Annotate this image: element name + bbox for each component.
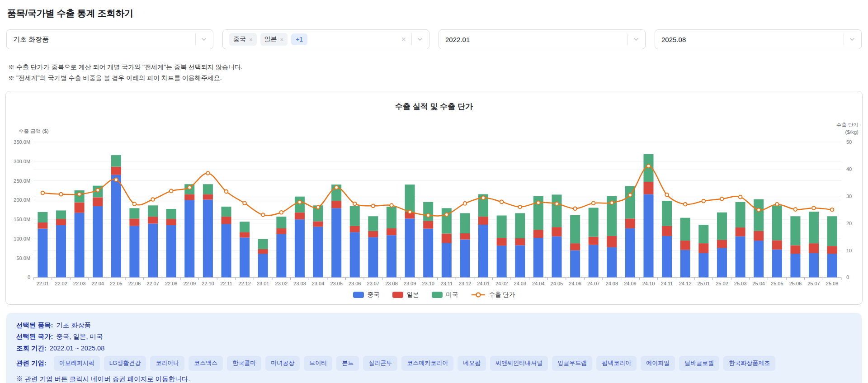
legend-item-2[interactable]: 미국 (432, 291, 458, 299)
svg-text:수출 금액 ($): 수출 금액 ($) (19, 128, 49, 134)
legend-item-1[interactable]: 일본 (392, 291, 419, 299)
item-select-value: 기초 화장품 (13, 35, 191, 44)
svg-text:25.06: 25.06 (789, 281, 802, 286)
svg-text:22.08: 22.08 (165, 281, 178, 286)
company-button[interactable]: LG생활건강 (104, 356, 146, 371)
country-tag[interactable]: 중국× (229, 33, 257, 46)
legend-label: 미국 (446, 291, 458, 299)
chart-panel: 수출 실적 및 수출 단가 050.0M100.0M150.0M200.0M25… (5, 91, 863, 305)
company-button[interactable]: 씨앤씨인터내셔널 (490, 356, 548, 371)
svg-text:23.06: 23.06 (349, 281, 361, 286)
chevron-down-icon[interactable] (632, 36, 640, 43)
svg-text:22.05: 22.05 (110, 281, 123, 286)
company-button[interactable]: 네오팜 (458, 356, 486, 371)
page-root: 품목/국가별 수출 통계 조회하기 기초 화장품 중국×일본×+1 × 2022… (0, 0, 868, 383)
export-stacked-bar-line-chart: 050.0M100.0M150.0M200.0M250.0M300.0M350.… (6, 113, 862, 290)
legend-swatch (432, 292, 443, 298)
country-tag[interactable]: 일본× (260, 33, 288, 46)
divider (411, 33, 412, 45)
chevron-down-icon[interactable] (200, 36, 208, 43)
item-select[interactable]: 기초 화장품 (6, 29, 213, 49)
svg-text:150.0M: 150.0M (14, 217, 30, 222)
svg-text:23.08: 23.08 (385, 281, 398, 286)
companies-label: 관련 기업: (16, 358, 47, 369)
summary-period-row: 조회 기간:2022.01 ~ 2025.08 (16, 343, 852, 354)
svg-text:23.02: 23.02 (275, 281, 288, 286)
remove-tag-icon[interactable]: × (280, 37, 284, 43)
company-button[interactable]: 아모레퍼시픽 (54, 356, 100, 371)
legend-item-0[interactable]: 중국 (353, 291, 380, 299)
svg-text:22.04: 22.04 (91, 281, 104, 286)
svg-text:25.05: 25.05 (771, 281, 783, 286)
start-period-value: 2022.01 (445, 36, 623, 43)
svg-text:30: 30 (846, 193, 852, 199)
svg-text:23.01: 23.01 (257, 281, 269, 286)
company-button[interactable]: 한국화장품제조 (723, 356, 775, 371)
svg-text:250.0M: 250.0M (14, 178, 30, 183)
svg-text:23.04: 23.04 (312, 281, 325, 286)
company-button[interactable]: 달바글로벌 (679, 356, 719, 371)
svg-text:24.03: 24.03 (514, 281, 527, 286)
chevron-down-icon[interactable] (416, 36, 424, 43)
svg-text:10: 10 (846, 247, 852, 253)
legend-swatch (392, 292, 403, 298)
summary-footnote: ※ 관련 기업 버튼 클릭시 네이버 증권 페이지로 이동합니다. (16, 374, 852, 383)
svg-text:23.09: 23.09 (404, 281, 416, 286)
chart-legend: 중국일본미국수출 단가 (6, 291, 862, 299)
summary-period-value: 2022.01 ~ 2025.08 (50, 345, 104, 352)
svg-text:24.10: 24.10 (642, 281, 655, 286)
svg-text:23.12: 23.12 (459, 281, 472, 286)
company-button[interactable]: 에이피알 (641, 356, 675, 371)
company-button[interactable]: 한국콜마 (227, 356, 261, 371)
end-period-select[interactable]: 2025.08 (655, 29, 862, 49)
svg-text:24.09: 24.09 (624, 281, 637, 286)
svg-text:22.11: 22.11 (220, 281, 232, 286)
summary-period-label: 조회 기간: (16, 345, 47, 352)
svg-text:100.0M: 100.0M (14, 236, 30, 241)
svg-text:25.07: 25.07 (807, 281, 820, 286)
svg-text:24.01: 24.01 (477, 281, 490, 286)
divider (195, 33, 196, 45)
more-countries-badge[interactable]: +1 (291, 33, 307, 45)
svg-text:23.03: 23.03 (293, 281, 306, 286)
related-companies-row: 관련 기업: 아모레퍼시픽LG생활건강코리아나코스맥스한국콜마마녀공장브이티본느… (16, 356, 852, 371)
company-button[interactable]: 마녀공장 (265, 356, 300, 371)
svg-text:25.08: 25.08 (826, 281, 839, 286)
chevron-down-icon[interactable] (849, 36, 856, 43)
svg-text:($/kg): ($/kg) (845, 129, 859, 135)
country-tags: 중국×일본×+1 (229, 33, 400, 46)
company-buttons: 아모레퍼시픽LG생활건강코리아나코스맥스한국콜마마녀공장브이티본느실리콘투코스메… (54, 356, 775, 371)
svg-text:24.11: 24.11 (661, 281, 673, 286)
summary-item-value: 기초 화장품 (56, 322, 91, 329)
svg-text:24.04: 24.04 (532, 281, 545, 286)
company-button[interactable]: 펌텍코리아 (596, 356, 637, 371)
company-button[interactable]: 실리콘투 (363, 356, 397, 371)
company-button[interactable]: 잉글우드랩 (552, 356, 592, 371)
company-button[interactable]: 코스메카코리아 (401, 356, 453, 371)
svg-text:24.08: 24.08 (606, 281, 618, 286)
summary-country-row: 선택된 국가:중국, 일본, 미국 (16, 331, 852, 342)
company-button[interactable]: 코리아나 (150, 356, 184, 371)
summary-item-row: 선택된 품목:기초 화장품 (16, 320, 852, 331)
start-period-select[interactable]: 2022.01 (439, 29, 646, 49)
company-button[interactable]: 코스맥스 (189, 356, 223, 371)
svg-text:40: 40 (846, 166, 852, 172)
legend-item-3[interactable]: 수출 단가 (471, 291, 515, 299)
svg-text:수출 단가: 수출 단가 (836, 122, 859, 128)
company-button[interactable]: 브이티 (304, 356, 332, 371)
svg-text:22.06: 22.06 (128, 281, 141, 286)
country-select[interactable]: 중국×일본×+1 × (222, 29, 429, 49)
filter-controls: 기초 화장품 중국×일본×+1 × 2022.01 2025.08 (6, 29, 862, 49)
svg-text:350.0M: 350.0M (14, 139, 30, 145)
svg-text:22.09: 22.09 (183, 281, 196, 286)
remove-tag-icon[interactable]: × (249, 37, 253, 43)
company-button[interactable]: 본느 (336, 356, 359, 371)
end-period-value: 2025.08 (661, 36, 839, 43)
svg-text:300.0M: 300.0M (14, 158, 30, 164)
clear-selection-icon[interactable]: × (400, 35, 407, 43)
svg-text:24.12: 24.12 (679, 281, 692, 286)
svg-text:22.01: 22.01 (37, 281, 49, 286)
note-line: ※ "전세계"의 국가별 수출 비중을 볼 경우 아래의 파이 차트를 이용해주… (8, 73, 860, 84)
chart-title: 수출 실적 및 수출 단가 (6, 101, 862, 112)
summary-item-label: 선택된 품목: (16, 322, 53, 329)
